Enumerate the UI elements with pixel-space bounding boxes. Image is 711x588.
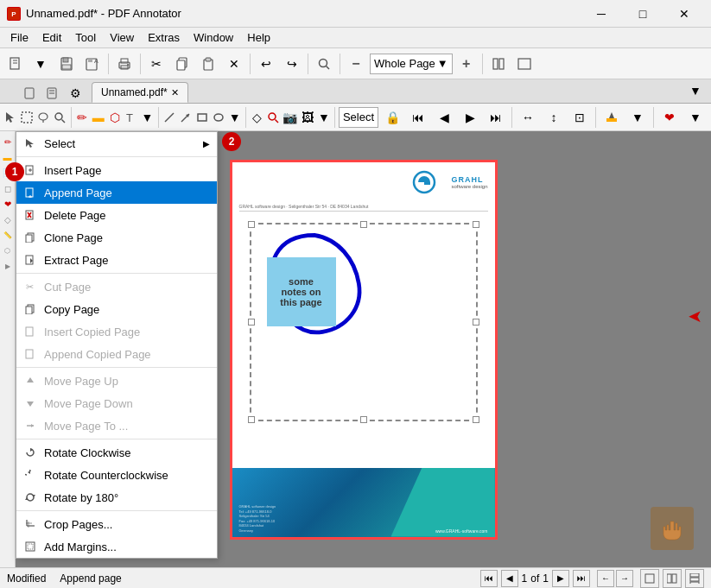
menu-window[interactable]: Window [187,29,240,46]
menu-help[interactable]: Help [240,29,277,46]
save-button[interactable] [54,52,79,76]
eraser-tool[interactable]: ◇ [250,105,264,130]
color-tool[interactable] [600,105,624,130]
ctx-select[interactable]: Select ▶ [16,132,217,155]
view1-button[interactable] [486,52,511,76]
image-tool[interactable]: 🖼 [300,105,314,130]
sidebar-pen-tool[interactable]: ✏ [1,135,15,149]
view2-button[interactable] [512,52,536,76]
nav-left[interactable]: ◀ [432,105,456,130]
menu-tool[interactable]: Tool [68,29,103,46]
back-btn[interactable]: ← [597,570,614,587]
redo-button[interactable]: ↪ [280,52,304,76]
minimize-button[interactable]: ─ [581,3,621,25]
pointer-tool[interactable] [3,105,18,130]
ctx-move-up[interactable]: Move Page Up [16,370,217,392]
menu-view[interactable]: View [103,29,141,46]
sidebar-ruler-tool[interactable]: 📏 [1,228,15,242]
ctx-insert-copied[interactable]: Insert Copied Page [16,320,217,343]
tab-close-button[interactable]: ✕ [171,87,179,98]
zoom-in-button[interactable]: − [344,52,368,76]
nav-first[interactable]: ⏮ [406,105,430,130]
maximize-button[interactable]: □ [623,3,663,25]
ctx-add-margins[interactable]: Add Margins... [16,535,217,558]
tab-tools-button[interactable]: ⚙ [66,84,85,103]
ctx-move-down[interactable]: Move Page Down [16,392,217,414]
paste-button[interactable] [196,52,220,76]
tools-dropdown[interactable]: ▼ [140,105,155,130]
ctx-append-page[interactable]: Append Page [16,181,217,204]
ctx-clone-page[interactable]: Clone Page [16,226,217,249]
ellipse-tool[interactable] [211,105,225,130]
arrow-tool[interactable] [178,105,193,130]
single-page-btn[interactable] [640,569,659,588]
stamp-tool[interactable]: ⬡ [107,105,122,130]
nav-next-btn[interactable]: ▶ [552,570,569,587]
tab-new-button[interactable] [21,84,40,103]
ctx-rotate-ccw[interactable]: Rotate Counterclockwise [16,464,217,486]
line-tool[interactable] [162,105,176,130]
ctx-append-copied[interactable]: Append Copied Page [16,343,217,365]
tab-unnamed-pdf[interactable]: Unnamed.pdf* ✕ [92,82,188,103]
heart-button[interactable]: ❤ [657,105,682,130]
magnify-tool[interactable] [53,105,67,130]
nav-first-btn[interactable]: ⏮ [480,570,498,587]
ctx-delete-page[interactable]: Delete Page [16,204,217,226]
lasso-tool[interactable] [36,105,51,130]
color-dropdown[interactable]: ▼ [625,105,650,130]
tab-pages-button[interactable] [43,84,62,103]
camera-tool[interactable]: 📷 [282,105,298,130]
heart-dropdown[interactable]: ▼ [683,105,708,130]
fit-width[interactable]: ↔ [516,105,540,130]
menu-edit[interactable]: Edit [35,29,68,46]
nav-prev-btn[interactable]: ◀ [501,570,518,587]
ctx-move-to[interactable]: Move Page To ... [16,414,217,437]
nav-last[interactable]: ⏭ [484,105,508,130]
sidebar-heart-tool[interactable]: ❤ [1,197,15,211]
ctx-cut-page[interactable]: ✂ Cut Page [16,275,217,298]
ctx-crop-pages[interactable]: Crop Pages... [16,513,217,535]
two-page-btn[interactable] [663,569,682,588]
nav-right[interactable]: ▶ [458,105,482,130]
cut-button[interactable]: ✂ [144,52,168,76]
sidebar-shape-tool[interactable]: ◻ [1,181,15,195]
ctx-extract-page[interactable]: Extract Page [16,249,217,271]
ctx-insert-page[interactable]: Insert Page [16,159,217,181]
undo-button[interactable]: ↩ [254,52,278,76]
ctx-rotate-180[interactable]: Rotate by 180° [16,486,217,509]
close-button[interactable]: ✕ [664,3,704,25]
fit-height[interactable]: ↕ [542,105,566,130]
zoom-tool[interactable] [266,105,281,130]
shapes-dropdown[interactable]: ▼ [227,105,242,130]
nav-last-btn[interactable]: ⏭ [573,570,590,587]
highlight-tool[interactable]: ▬ [91,105,105,130]
new-button[interactable] [3,52,28,76]
sidebar-stamp-tool[interactable]: ⬡ [1,243,15,257]
ctx-rotate-cw[interactable]: Rotate Clockwise [16,441,217,464]
pen-tool[interactable]: ✏ [74,105,89,130]
menu-file[interactable]: File [3,29,35,46]
continuous-btn[interactable] [685,569,704,588]
print-button[interactable] [112,52,136,76]
ctx-copy-page[interactable]: Copy Page [16,298,217,320]
sidebar-pointer-tool[interactable]: ▶ [1,259,15,273]
fit-page[interactable]: ⊡ [568,105,592,130]
floating-hand-button[interactable] [651,507,694,550]
search-button[interactable] [312,52,336,76]
menu-extras[interactable]: Extras [141,29,187,46]
text-tool[interactable]: T [124,105,138,130]
rect-tool[interactable] [194,105,209,130]
grahl-header: GRAHL software design [411,169,487,195]
open-dropdown-button[interactable]: ▼ [29,52,53,76]
copy-button[interactable] [170,52,194,76]
select-tool[interactable] [20,105,35,130]
media-dropdown[interactable]: ▼ [316,105,331,130]
zoom-dropdown[interactable]: Whole Page ▼ [370,54,453,74]
save-as-button[interactable]: A [80,52,105,76]
delete-button[interactable]: ✕ [222,52,246,76]
grahl-subtitle: software design [451,184,487,189]
tab-scroll-button[interactable]: ▼ [683,79,708,103]
zoom-out-button[interactable]: + [454,52,479,76]
forward-btn[interactable]: → [616,570,633,587]
sidebar-eraser-tool[interactable]: ◇ [1,212,15,226]
